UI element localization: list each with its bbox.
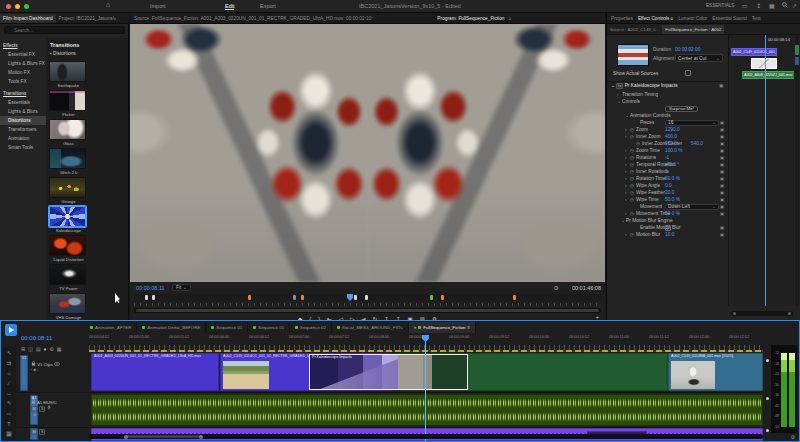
content-subtitle[interactable]: ▪ Distortions <box>50 51 128 56</box>
parameter-value[interactable]: 400.0 <box>665 134 677 139</box>
tab-source-monitor[interactable]: Source: FullSequence_Fiction: A001_A003_… <box>130 14 375 23</box>
marker[interactable] <box>513 295 516 300</box>
sequence-tab[interactable]: × Sequence 01 ≡ <box>206 322 248 333</box>
nav-item[interactable]: Smart Tools <box>0 143 46 152</box>
program-video-frame[interactable] <box>130 24 605 282</box>
keyframe-nav[interactable]: ‹ ◆ › <box>31 412 87 417</box>
search-input[interactable] <box>4 26 125 34</box>
effect-thumbnail[interactable] <box>49 148 86 169</box>
sequence-tab[interactable]: × FullSequence_Fiction ≡ <box>409 322 476 333</box>
hand-tool[interactable]: ⌓ <box>7 410 11 417</box>
timeline-horizontal-scrollbar[interactable] <box>89 434 763 439</box>
track-scroll-handle[interactable] <box>766 397 769 400</box>
nav-item[interactable]: Tools FX <box>0 77 46 86</box>
v1-source-patch[interactable]: V1 <box>20 355 28 391</box>
effect-item[interactable]: Flicker <box>49 90 88 117</box>
keyframe-icon[interactable]: ▣ <box>720 225 724 230</box>
parameter-value[interactable]: 20.0 <box>665 190 674 195</box>
track-select-tool[interactable]: ⇉ <box>7 360 12 366</box>
v1-track-header[interactable]: V1 Clips ‹ ◆ › <box>31 361 87 372</box>
marker[interactable] <box>365 295 368 300</box>
pen-tool[interactable]: ✎ <box>7 400 12 406</box>
effect-controls-scrollbar[interactable] <box>731 311 793 316</box>
import-menu[interactable]: Import <box>150 3 166 9</box>
outgoing-clip-chip[interactable]: A002_C149_0114CC_001_0 <box>731 48 777 56</box>
type-tool[interactable]: T <box>7 421 10 427</box>
a1-track-header[interactable]: A1 MUSIC M S ‹ ◆ › <box>31 399 87 417</box>
tab-overflow-icon[interactable]: » <box>114 16 117 21</box>
effect-thumbnail[interactable] <box>49 235 86 256</box>
tab-project[interactable]: Project: IBC2021_JasonsVersion_9x10_5 <box>56 14 114 23</box>
clip-v1-4-blue[interactable]: A002_C149_0114MA_001.mov [150%] <box>668 353 763 391</box>
parameter-value[interactable]: 100.0 % <box>665 148 683 153</box>
parameter-value[interactable]: -1 <box>665 155 669 160</box>
workspace-label[interactable]: ESSENTIALS <box>706 3 734 8</box>
linked-selection-icon[interactable]: ▤ <box>36 346 41 352</box>
marker[interactable] <box>430 295 433 300</box>
maximize-window-button[interactable] <box>24 4 29 9</box>
sequence-tab[interactable]: × Social_MESS_AROUND_FXTs ≡ <box>332 322 409 333</box>
clip-a1-music[interactable] <box>91 394 763 426</box>
incoming-clip-chip[interactable]: A002_A008_0220ZJ_001.mov <box>742 71 794 79</box>
workspaces-icon[interactable]: ▭ <box>742 2 748 9</box>
nav-item[interactable]: Lights & Blurs FX <box>0 59 46 68</box>
edit-menu[interactable]: Edit <box>225 3 234 10</box>
effect-item[interactable]: TV Power <box>49 264 88 291</box>
fullscreen-icon[interactable]: ↗ <box>792 2 797 9</box>
alignment-dropdown[interactable]: Center at Cut⌄ <box>675 54 723 62</box>
panel-tab[interactable]: Essential Sound <box>712 16 747 21</box>
effect-thumbnail[interactable] <box>49 119 86 140</box>
nav-item[interactable]: Effects <box>0 41 46 50</box>
effect-item[interactable]: Glitch 2.0 <box>49 148 88 175</box>
home-icon[interactable]: ⌂ <box>106 1 110 8</box>
parameter-value[interactable]: 960.0 <box>665 141 677 146</box>
keyframe-icon[interactable]: ▣ <box>720 120 724 125</box>
effect-thumbnail[interactable] <box>49 264 86 285</box>
solo-button[interactable]: S <box>39 429 45 435</box>
effect-thumbnail[interactable] <box>49 61 86 82</box>
solo-button[interactable]: S <box>39 406 45 412</box>
marker[interactable] <box>441 295 444 300</box>
effect-thumbnail[interactable] <box>49 206 86 227</box>
effect-thumbnail[interactable] <box>49 90 86 111</box>
effect-thumbnail[interactable] <box>49 293 86 314</box>
search-icon[interactable] <box>782 2 788 8</box>
parameter-dropdown[interactable]: Down-Left⌄ <box>665 204 719 210</box>
checkbox[interactable]: ✓ <box>665 225 671 231</box>
subtab-sequence-clip[interactable]: FullSequence_Fiction · A002... <box>662 25 724 34</box>
effect-item[interactable]: Liquid Distortion <box>49 235 88 262</box>
razor-tool[interactable]: ∕ <box>9 380 10 386</box>
marker[interactable] <box>293 295 296 300</box>
effect-item[interactable]: Glass <box>49 119 88 146</box>
marker[interactable] <box>248 295 251 300</box>
parameter-value-2[interactable]: 540.0 <box>691 141 703 146</box>
keyframe-icon[interactable]: ▣ <box>720 232 724 237</box>
surprise-me-button[interactable]: Surprise Me! <box>665 106 698 112</box>
nav-item[interactable]: Transitions <box>0 89 46 98</box>
nav-item[interactable]: Essentials <box>0 98 46 107</box>
timeline-panel-icon[interactable] <box>5 324 17 336</box>
zoom-level-dropdown[interactable]: Fit ⌄ <box>172 284 191 291</box>
selection-tool[interactable]: ↖ <box>7 350 12 356</box>
mic-icon[interactable] <box>47 406 51 411</box>
snap-icon[interactable]: ◫ <box>28 346 33 352</box>
marker[interactable] <box>354 295 357 300</box>
keyframe-icon[interactable]: ▣ <box>720 190 724 195</box>
keyframe-icon[interactable]: ▣ <box>720 197 724 202</box>
keyframe-icon[interactable]: ▣ <box>720 169 724 174</box>
track-scroll-handle[interactable] <box>766 359 769 362</box>
effect-controls-timeline[interactable]: 00:00:08:14 A002_C149_0114CC_001_0 A002_… <box>728 35 794 306</box>
keyframe-icon[interactable]: ▣ <box>720 127 724 132</box>
add-marker-icon[interactable]: ♦ <box>44 346 47 352</box>
tab-program-monitor[interactable]: Program: FullSequence_Fiction <box>433 14 508 23</box>
track-scroll-handle[interactable] <box>766 429 769 432</box>
effect-timeline-playhead[interactable] <box>765 35 766 306</box>
nav-item[interactable]: Animation <box>0 134 46 143</box>
show-actual-sources-toggle[interactable] <box>685 70 691 76</box>
a2-track-header[interactable]: M S <box>31 429 87 435</box>
slip-tool[interactable]: ↔ <box>6 390 12 396</box>
subtab-source-clip[interactable]: Source · A002_C149_0... <box>607 25 662 34</box>
effect-item[interactable]: Earthquake <box>49 61 88 88</box>
program-scrollbar[interactable] <box>134 308 601 313</box>
close-window-button[interactable] <box>6 4 11 9</box>
